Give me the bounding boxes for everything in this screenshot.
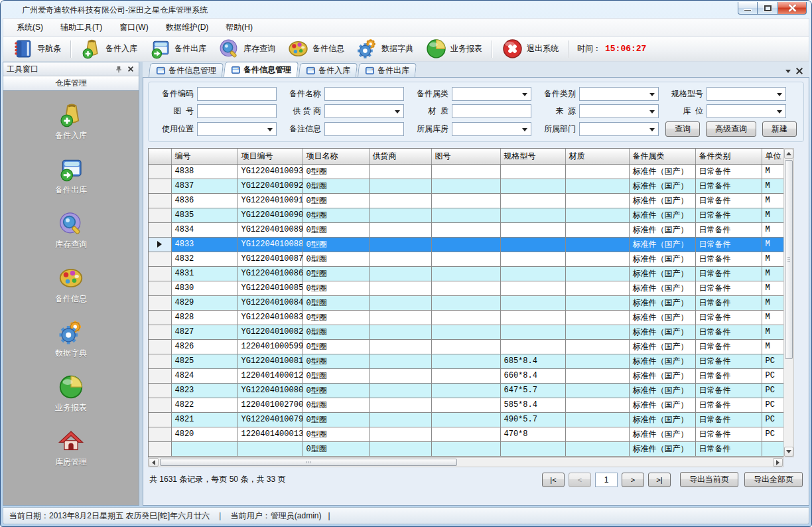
sidebar-item-data-dictionary[interactable]: 数据字典	[55, 319, 87, 359]
column-header-project_no[interactable]: 项目编号	[237, 149, 303, 164]
table-row[interactable]: 4835YG122040100900型圈标准件（国产）日常备件M	[149, 208, 783, 222]
use-position-dropdown[interactable]	[197, 122, 277, 136]
row-selector-cell[interactable]	[149, 237, 171, 252]
table-row[interactable]: 482612204010005990型圈标准件（国产）日常备件M	[149, 339, 783, 354]
sidebar-item-business-report[interactable]: 业务报表	[55, 374, 87, 414]
row-selector-cell[interactable]	[149, 354, 171, 368]
row-selector-cell[interactable]	[149, 383, 171, 398]
horizontal-scrollbar[interactable]	[148, 457, 783, 467]
table-row[interactable]: 4832YG122040100870型圈标准件（国产）日常备件M	[149, 252, 783, 266]
sidebar-item-parts-inbound[interactable]: 备件入库	[55, 102, 87, 141]
query-button[interactable]: 查询	[665, 121, 700, 137]
table-row[interactable]: 4833YG122040100880型圈标准件（国产）日常备件M	[149, 237, 783, 252]
sidebar-close-button[interactable]	[126, 64, 135, 74]
supplier-dropdown[interactable]	[324, 104, 404, 118]
menu-system[interactable]: 系统(S)	[9, 19, 51, 36]
menu-window[interactable]: 窗口(W)	[111, 19, 156, 36]
row-selector-cell[interactable]	[149, 252, 171, 266]
tab-parts-inbound[interactable]: 备件入库	[299, 63, 358, 77]
toolbar-button-nav-bar[interactable]: 导航条	[7, 36, 66, 62]
table-row[interactable]: 482412204014000120型圈660*8.4标准件（国产）日常备件PC	[149, 368, 783, 383]
last-page-button[interactable]: >|	[648, 473, 671, 487]
table-row[interactable]: 482212204010027000型圈585*8.4标准件（国产）日常备件PC	[149, 398, 783, 412]
table-row[interactable]: 4823YG122040100800型圈647*5.7标准件（国产）日常备件PC	[149, 383, 783, 398]
table-row[interactable]: 4838YG122040100930型圈标准件（国产）日常备件M	[149, 164, 783, 179]
spare-attr-dropdown[interactable]	[452, 87, 531, 101]
column-header-id[interactable]: 编号	[171, 149, 237, 164]
minimize-button[interactable]	[738, 2, 758, 15]
spec-model-dropdown[interactable]	[707, 87, 786, 101]
toolbar-button-exit-system[interactable]: 退出系统	[497, 36, 563, 62]
export-all-pages-button[interactable]: 导出全部页	[744, 472, 803, 487]
location-dropdown[interactable]	[707, 104, 786, 118]
row-selector-cell[interactable]	[149, 266, 171, 281]
source-dropdown[interactable]	[579, 104, 659, 118]
next-page-button[interactable]: >	[622, 473, 644, 487]
table-row[interactable]: 0型圈标准件（国产）日常备件	[149, 441, 783, 456]
table-row[interactable]: 482012204014000130型圈470*8标准件（国产）日常备件PC	[149, 427, 783, 441]
spare-name-input[interactable]	[324, 87, 404, 101]
page-number-input[interactable]	[595, 473, 618, 487]
row-selector-cell[interactable]	[149, 339, 171, 354]
vertical-scrollbar[interactable]	[783, 148, 794, 457]
row-selector-cell[interactable]	[149, 179, 171, 193]
pin-button[interactable]	[114, 64, 123, 74]
close-button[interactable]	[778, 2, 807, 15]
toolbar-button-business-report[interactable]: 业务报表	[421, 36, 487, 62]
table-row[interactable]: 4837YG122040100920型圈标准件（国产）日常备件M	[149, 179, 783, 193]
sidebar-item-parts-outbound[interactable]: 备件出库	[55, 156, 87, 196]
table-row[interactable]: 4834YG122040100890型圈标准件（国产）日常备件M	[149, 222, 783, 237]
department-dropdown[interactable]	[579, 122, 659, 136]
spare-code-input[interactable]	[197, 87, 277, 101]
advanced-query-button[interactable]: 高级查询	[706, 121, 756, 137]
table-row[interactable]: 4831YG122040100860型圈标准件（国产）日常备件M	[149, 266, 783, 281]
drawing-no-input[interactable]	[197, 104, 277, 118]
row-selector-cell[interactable]	[149, 193, 171, 208]
row-selector-cell[interactable]	[149, 281, 171, 295]
spare-type-dropdown[interactable]	[579, 87, 659, 101]
scroll-up-button[interactable]	[784, 149, 793, 159]
column-header-project_name[interactable]: 项目名称	[303, 149, 369, 164]
horizontal-scroll-thumb[interactable]	[160, 459, 457, 466]
column-header-unit[interactable]: 单位	[762, 149, 783, 164]
column-header-drawing_no[interactable]: 图号	[431, 149, 500, 164]
menu-aux-tools[interactable]: 辅助工具(T)	[52, 19, 110, 36]
table-row[interactable]: 4828YG122040100830型圈标准件（国产）日常备件M	[149, 310, 783, 325]
row-selector-cell[interactable]	[149, 368, 171, 383]
row-selector-cell[interactable]	[149, 295, 171, 310]
row-selector-cell[interactable]	[149, 222, 171, 237]
toolbar-button-data-dictionary[interactable]: 数据字典	[352, 36, 418, 62]
row-selector-cell[interactable]	[149, 398, 171, 412]
sidebar-item-warehouse-management[interactable]: 库房管理	[55, 428, 87, 468]
tab-list-dropdown-button[interactable]	[785, 70, 791, 73]
new-button[interactable]: 新建	[762, 121, 797, 137]
row-selector-cell[interactable]	[149, 325, 171, 339]
table-row[interactable]: 4836YG122040100910型圈标准件（国产）日常备件M	[149, 193, 783, 208]
row-selector-cell[interactable]	[149, 310, 171, 325]
row-selector-cell[interactable]	[149, 441, 171, 456]
column-header-material[interactable]: 材质	[565, 149, 629, 164]
table-row[interactable]: 4830YG122040100850型圈标准件（国产）日常备件M	[149, 281, 783, 295]
maximize-button[interactable]	[758, 2, 778, 15]
scroll-down-button[interactable]	[784, 447, 793, 457]
tab-parts-info-management-1[interactable]: 备件信息管理	[149, 63, 224, 77]
toolbar-button-parts-info[interactable]: 备件信息	[283, 36, 349, 62]
vertical-scroll-thumb[interactable]	[785, 160, 793, 359]
scroll-left-button[interactable]	[149, 458, 159, 467]
column-header-type[interactable]: 备件类别	[695, 149, 762, 164]
scroll-right-button[interactable]	[773, 458, 783, 467]
toolbar-button-parts-outbound[interactable]: 备件出库	[145, 36, 211, 62]
tab-parts-outbound[interactable]: 备件出库	[358, 63, 417, 77]
table-row[interactable]: 4821YG122040100790型圈490*5.7标准件（国产）日常备件PC	[149, 412, 783, 427]
toolbar-button-inventory-query[interactable]: 库存查询	[214, 36, 280, 62]
menu-help[interactable]: 帮助(H)	[218, 19, 261, 36]
row-selector-header[interactable]	[149, 149, 171, 164]
sidebar-item-parts-info[interactable]: 备件信息	[55, 265, 87, 305]
table-row[interactable]: 4825YG122040100810型圈685*8.4标准件（国产）日常备件PC	[149, 354, 783, 368]
warehouse-dropdown[interactable]	[452, 122, 531, 136]
column-header-spec[interactable]: 规格型号	[500, 149, 565, 164]
sidebar-item-inventory-query[interactable]: 库存查询	[55, 210, 87, 250]
toolbar-button-parts-inbound[interactable]: 备件入库	[76, 36, 142, 62]
menu-data-maintenance[interactable]: 数据维护(D)	[158, 19, 217, 36]
column-header-attr[interactable]: 备件属类	[629, 149, 695, 164]
